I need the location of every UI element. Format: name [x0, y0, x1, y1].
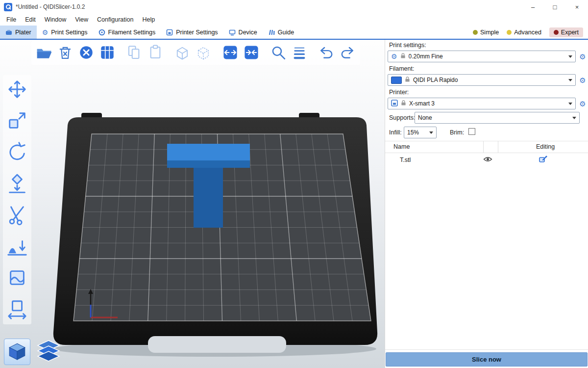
mode-simple[interactable]: Simple: [473, 29, 499, 36]
rotate-gizmo-button[interactable]: [5, 141, 29, 164]
split-parts-icon: [243, 44, 260, 62]
tab-device[interactable]: Device: [223, 26, 263, 39]
cut-gizmo-button[interactable]: [5, 204, 29, 227]
preview-sliced-view-button[interactable]: [35, 339, 62, 365]
copy-icon: [126, 44, 143, 62]
measure-gizmo-button[interactable]: [5, 298, 29, 321]
print-settings-value: 0.20mm Fine: [409, 53, 565, 60]
viewport-3d[interactable]: [0, 40, 385, 368]
paste-button[interactable]: [146, 43, 165, 63]
measure-icon: [6, 298, 28, 321]
mode-label: Advanced: [514, 29, 541, 36]
search-button[interactable]: [269, 43, 288, 63]
chevron-down-icon: [572, 117, 576, 119]
mode-expert[interactable]: Expert: [549, 27, 583, 37]
seam-painting-button[interactable]: [5, 266, 29, 290]
supports-combo[interactable]: None: [415, 112, 580, 124]
slice-now-button[interactable]: Slice now: [386, 352, 588, 367]
print-settings-icon: ⚙: [42, 29, 49, 36]
simple-mode-dot-icon: [473, 30, 478, 35]
tabbar: Plater ⚙ Print Settings Filament Setting…: [0, 26, 588, 40]
filament-combo[interactable]: QIDI PLA Rapido: [388, 74, 576, 86]
printer-edit-button[interactable]: ⚙: [578, 99, 588, 108]
add-instance-button[interactable]: [172, 43, 192, 63]
menu-file[interactable]: File: [2, 16, 21, 23]
paint-supports-button[interactable]: [5, 235, 29, 259]
search-icon: [270, 44, 287, 62]
tab-printer-settings[interactable]: Printer Settings: [161, 26, 223, 39]
open-folder-icon: [35, 44, 53, 63]
menu-help[interactable]: Help: [138, 16, 159, 23]
maximize-button[interactable]: □: [544, 0, 566, 14]
open-project-button[interactable]: [34, 43, 54, 63]
chevron-down-icon: [429, 131, 433, 134]
printer-combo[interactable]: X-smart 3: [388, 98, 576, 109]
menu-window[interactable]: Window: [40, 16, 71, 23]
mode-label: Expert: [561, 29, 579, 36]
toggle-visibility-button[interactable]: [482, 156, 493, 164]
titlebar: *Untitled - QIDISlicer-1.0.2 – □ ×: [0, 0, 588, 14]
table-header-name: Name: [393, 143, 410, 150]
tab-label: Device: [239, 29, 257, 36]
table-header-border: [385, 153, 588, 153]
advanced-mode-dot-icon: [507, 30, 512, 35]
tab-label: Guide: [278, 29, 294, 36]
filament-label: Filament:: [389, 65, 414, 72]
expert-mode-dot-icon: [554, 30, 559, 35]
place-on-face-button[interactable]: [5, 172, 29, 196]
seam-paint-icon: [6, 267, 28, 290]
arrange-icon: [99, 44, 116, 62]
3d-editor-view-button[interactable]: [4, 339, 30, 365]
tab-label: Filament Settings: [108, 29, 156, 36]
main-area: Print settings: ⚙ 0.20mm Fine ⚙ Filament…: [0, 40, 588, 368]
arrange-button[interactable]: [98, 43, 117, 63]
split-objects-button[interactable]: [220, 43, 240, 63]
move-gizmo-button[interactable]: [5, 78, 29, 102]
redo-button[interactable]: [338, 43, 357, 63]
delete-all-button[interactable]: [76, 43, 96, 63]
chevron-down-icon: [568, 79, 572, 81]
printer-value: X-smart 3: [409, 100, 565, 107]
scissors-icon: [6, 204, 28, 227]
plater-icon: [5, 29, 12, 36]
minimize-button[interactable]: –: [522, 0, 544, 14]
tab-label: Print Settings: [51, 29, 87, 36]
menu-view[interactable]: View: [71, 16, 93, 23]
tab-plater[interactable]: Plater: [0, 26, 37, 39]
remove-instance-button[interactable]: [194, 43, 213, 63]
print-settings-edit-button[interactable]: ⚙: [578, 52, 588, 61]
scale-gizmo-button[interactable]: [5, 109, 29, 133]
undo-button[interactable]: [317, 43, 336, 63]
close-button[interactable]: ×: [566, 0, 588, 14]
split-parts-button[interactable]: [242, 43, 261, 63]
mode-advanced[interactable]: Advanced: [507, 29, 541, 36]
brim-checkbox[interactable]: [468, 128, 475, 135]
print-settings-combo[interactable]: ⚙ 0.20mm Fine: [388, 51, 576, 62]
qidislicer-window: *Untitled - QIDISlicer-1.0.2 – □ × File …: [0, 0, 588, 368]
profile-gear-icon: ⚙: [391, 53, 397, 60]
table-bottom-border: [385, 349, 588, 350]
eye-icon: [483, 156, 492, 164]
sliced-layers-icon: [36, 340, 61, 365]
filament-color-swatch: [391, 77, 402, 84]
brim-label: Brim:: [450, 129, 464, 136]
trash-icon: [57, 44, 74, 62]
menu-configuration[interactable]: Configuration: [93, 16, 138, 23]
mode-label: Simple: [480, 29, 499, 36]
gizmo-toolbar: [3, 75, 31, 324]
copy-button[interactable]: [124, 43, 144, 63]
menu-edit[interactable]: Edit: [21, 16, 40, 23]
infill-combo[interactable]: 15%: [404, 127, 437, 138]
variable-layer-height-button[interactable]: [290, 43, 309, 63]
filament-edit-button[interactable]: ⚙: [578, 75, 588, 85]
object-editing-button[interactable]: [538, 156, 548, 164]
split-objects-icon: [222, 44, 239, 62]
layer-height-lines-icon: [291, 44, 308, 62]
tab-filament-settings[interactable]: Filament Settings: [93, 26, 161, 39]
infill-label: Infill:: [389, 129, 402, 136]
tab-guide[interactable]: Guide: [263, 26, 299, 39]
tab-print-settings[interactable]: ⚙ Print Settings: [37, 26, 93, 39]
undo-arrow-icon: [318, 44, 335, 62]
delete-button[interactable]: [55, 43, 75, 63]
chevron-down-icon: [568, 103, 572, 105]
